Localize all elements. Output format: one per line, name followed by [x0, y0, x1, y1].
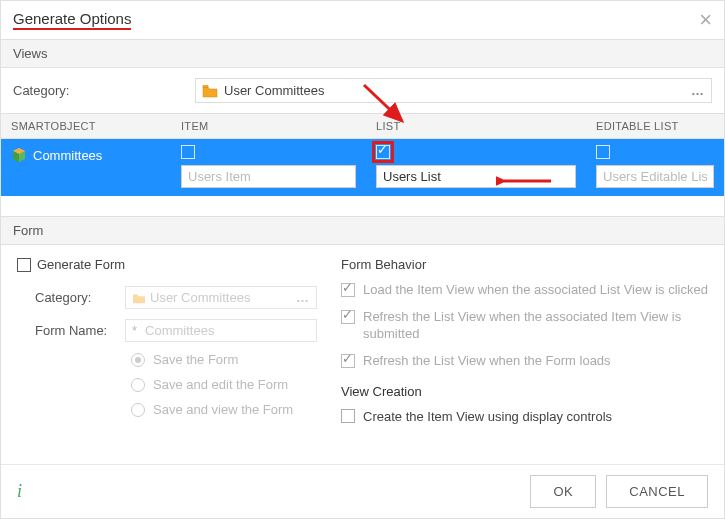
- generate-form-checkbox[interactable]: [17, 258, 31, 272]
- info-icon[interactable]: i: [17, 481, 22, 502]
- view-creation-checkbox[interactable]: [341, 409, 355, 423]
- behavior-checkbox-3[interactable]: [341, 354, 355, 368]
- ok-button[interactable]: OK: [530, 475, 596, 508]
- col-item: ITEM: [171, 114, 366, 138]
- category-value: User Committees: [224, 83, 324, 98]
- form-name-value: Committees: [145, 323, 214, 338]
- view-creation-title: View Creation: [341, 384, 708, 399]
- close-icon[interactable]: ×: [699, 9, 712, 31]
- category-label: Category:: [13, 83, 183, 98]
- dialog-footer: i OK CANCEL: [1, 464, 724, 518]
- radio-save[interactable]: [131, 353, 145, 367]
- smartobject-name: Committees: [33, 148, 102, 163]
- cancel-button[interactable]: CANCEL: [606, 475, 708, 508]
- svg-rect-0: [203, 85, 208, 87]
- radio-save-view-label: Save and view the Form: [153, 402, 293, 417]
- views-section-header: Views: [1, 40, 724, 68]
- grid-header: SMARTOBJECT ITEM LIST EDITABLE LIST: [1, 114, 724, 139]
- radio-save-view[interactable]: [131, 403, 145, 417]
- behavior-checkbox-2[interactable]: [341, 310, 355, 324]
- col-list: LIST: [366, 114, 586, 138]
- form-category-label: Category:: [35, 290, 125, 305]
- dialog-title: Generate Options: [13, 10, 131, 30]
- grid-row-committees[interactable]: Committees: [1, 139, 724, 196]
- editable-list-checkbox[interactable]: [596, 145, 610, 159]
- smartobject-icon: [11, 147, 27, 163]
- smartobject-cell: Committees: [1, 145, 171, 163]
- svg-line-1: [364, 85, 402, 121]
- list-checkbox[interactable]: [376, 145, 390, 159]
- behavior-label-1: Load the Item View when the associated L…: [363, 282, 708, 299]
- behavior-label-2: Refresh the List View when the associate…: [363, 309, 708, 343]
- form-name-label: Form Name:: [35, 323, 125, 338]
- form-left-column: Generate Form Category: User Committees …: [17, 257, 317, 427]
- col-smartobject: SMARTOBJECT: [1, 114, 171, 138]
- form-name-input-box[interactable]: * Committees: [125, 319, 317, 342]
- radio-save-label: Save the Form: [153, 352, 238, 367]
- annotation-arrow-diagonal: [356, 79, 416, 129]
- view-creation-label: Create the Item View using display contr…: [363, 409, 612, 424]
- form-right-column: Form Behavior Load the Item View when th…: [341, 257, 708, 427]
- ellipsis-icon[interactable]: …: [691, 83, 705, 98]
- ellipsis-icon[interactable]: …: [296, 290, 310, 305]
- item-name-input[interactable]: [181, 165, 356, 188]
- radio-save-edit-label: Save and edit the Form: [153, 377, 288, 392]
- item-cell: [171, 145, 366, 188]
- annotation-arrow-horizontal: [496, 173, 556, 189]
- form-behavior-title: Form Behavior: [341, 257, 708, 272]
- col-editable-list: EDITABLE LIST: [586, 114, 724, 138]
- folder-icon: [132, 292, 146, 304]
- form-category-picker[interactable]: User Committees …: [125, 286, 317, 309]
- radio-save-edit[interactable]: [131, 378, 145, 392]
- list-cell: [366, 145, 586, 188]
- item-checkbox[interactable]: [181, 145, 195, 159]
- required-star-icon: *: [132, 323, 137, 338]
- form-category-value: User Committees: [150, 290, 250, 305]
- generate-form-label: Generate Form: [37, 257, 125, 272]
- editable-list-name-input[interactable]: [596, 165, 714, 188]
- folder-icon: [202, 84, 218, 98]
- dialog-header: Generate Options ×: [1, 1, 724, 40]
- behavior-label-3: Refresh the List View when the Form load…: [363, 353, 611, 370]
- editable-list-cell: [586, 145, 724, 188]
- category-picker[interactable]: User Committees …: [195, 78, 712, 103]
- behavior-checkbox-1[interactable]: [341, 283, 355, 297]
- form-section-header: Form: [1, 217, 724, 245]
